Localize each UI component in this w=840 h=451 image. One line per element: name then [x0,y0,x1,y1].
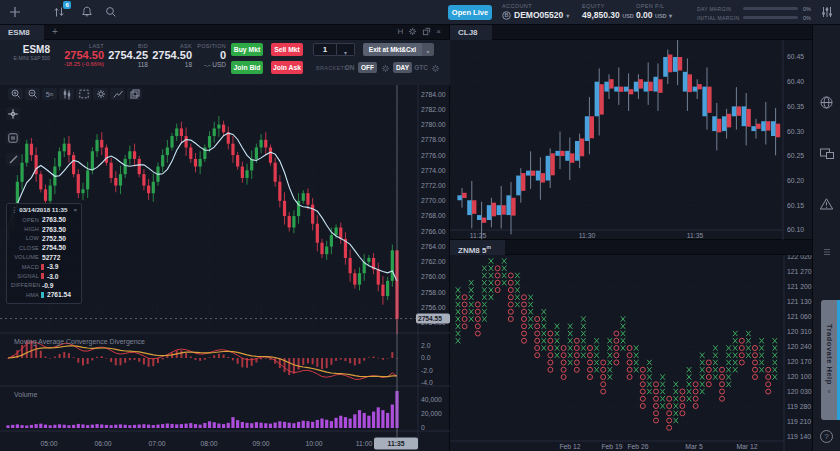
tradovate-help-tab[interactable]: Tradovate Help ‹ [821,300,840,420]
svg-text:120 240: 120 240 [787,343,812,350]
tooltip-row: MACD-3.9 [11,262,77,271]
warning-icon[interactable] [819,197,834,211]
zoom-out-icon[interactable] [25,88,40,100]
drag-handle-icon[interactable]: ⋮ [11,206,17,213]
select-region-icon[interactable] [76,88,91,100]
gear-icon[interactable] [93,88,108,100]
day-margin-bar [743,7,798,10]
svg-text:-4.0: -4.0 [421,379,433,386]
popout-icon[interactable] [422,27,431,36]
clj8-price-chart[interactable]: 60.4560.4060.3560.3060.2560.2060.1560.10… [450,40,812,240]
svg-text:Feb 26: Feb 26 [627,443,648,450]
svg-text:-2.0: -2.0 [421,367,433,374]
svg-text:60.30: 60.30 [787,128,804,135]
tab-clj8[interactable]: CLJ8 [450,25,492,40]
notification-count-badge[interactable]: 6 [63,1,71,9]
svg-text:11:35: 11:35 [687,232,704,239]
svg-text:10:00: 10:00 [305,440,322,447]
last-block: LAST 2754.50 -18.25 (-0.66%) [56,43,104,67]
svg-text:05:00: 05:00 [40,440,57,447]
svg-text:2782.00: 2782.00 [421,106,446,113]
add-workspace-icon[interactable] [8,5,22,19]
header-toggle-button[interactable]: H [398,27,404,36]
svg-text:60.15: 60.15 [787,202,804,209]
gear-icon[interactable] [408,27,417,36]
day-toggle[interactable]: DAY [393,62,412,73]
svg-text:0: 0 [421,424,425,431]
svg-text:Moving Average Convergence Div: Moving Average Convergence Divergence [14,338,145,346]
close-icon[interactable]: × [73,206,77,213]
devices-icon[interactable] [819,147,835,161]
svg-text:2758.00: 2758.00 [421,289,446,296]
series-swatch-icon [41,264,44,270]
svg-text:60.20: 60.20 [787,177,804,184]
esm8-chart-area[interactable]: 2784.002782.002780.002778.002776.002774.… [0,85,450,451]
quantity-field[interactable]: 1 [313,43,337,56]
globe-icon[interactable] [819,95,834,110]
account-selector[interactable]: ACCOUNT B DEMO05520 ▾ [502,3,569,20]
chart-type-candles-icon[interactable] [59,88,74,100]
svg-text:2766.00: 2766.00 [421,228,446,235]
svg-text:60.25: 60.25 [787,152,804,159]
copy-chart-icon[interactable] [127,88,142,100]
buy-mkt-button[interactable]: Buy Mkt [231,43,263,56]
join-ask-button[interactable]: Join Ask [271,61,303,74]
znm8-pnf-chart[interactable]: 122 020121 270121 200121 130121 060120 3… [450,255,812,451]
symbol-block: ESM8 E-MINI S&P 500 [8,44,50,61]
crosshair-tool-icon[interactable] [6,107,20,120]
open-pl-label: OPEN P/L [636,3,672,9]
add-tab-icon[interactable]: + [52,26,58,37]
gtc-toggle[interactable]: GTC [413,62,429,73]
grip-icon[interactable] [822,247,832,257]
indicators-icon[interactable] [110,88,125,100]
sell-mkt-button[interactable]: Sell Mkt [271,43,303,56]
svg-text:20,000: 20,000 [421,410,442,417]
equity-value: 49,850.30 [582,10,620,20]
exit-at-mkt-button[interactable]: Exit at Mkt&Cxl [363,43,422,56]
svg-text:11:30: 11:30 [579,232,596,239]
tab-znm8[interactable]: ZNM8 5m [450,240,505,255]
svg-text:120 310: 120 310 [787,328,812,335]
interval-selector[interactable]: 5m [42,88,57,100]
close-icon[interactable]: × [436,27,441,36]
quantity-chevron-icon[interactable]: ▾ [337,43,355,56]
search-icon[interactable] [104,5,118,19]
gear-icon[interactable] [431,64,440,73]
gear-icon[interactable] [381,64,390,73]
tab-esm8[interactable]: ESM8 [0,25,44,40]
svg-text:2780.00: 2780.00 [421,121,446,128]
svg-text:60.35: 60.35 [787,103,804,110]
last-value: 2754.50 [56,49,104,61]
svg-text:2776.00: 2776.00 [421,152,446,159]
svg-text:121 200: 121 200 [787,283,812,290]
chevron-down-icon: ▾ [669,13,672,19]
symbol-description: E-MINI S&P 500 [8,55,50,61]
draw-line-icon[interactable] [6,153,20,166]
svg-text:Mar 12: Mar 12 [736,443,757,450]
svg-text:2778.00: 2778.00 [421,136,446,143]
sliders-icon[interactable] [820,5,834,19]
svg-text:11:00: 11:00 [356,440,373,447]
exit-chevron-icon[interactable]: ▾ [422,43,434,56]
tooltip-row: DIFFEREN-0.9 [11,281,77,290]
svg-text:2768.00: 2768.00 [421,212,446,219]
trading-app: 6 Open Live ACCOUNT B DEMO05520 ▾ EQUITY… [0,0,840,451]
brackets-off-toggle[interactable]: OFF [358,62,377,73]
pause-scroll-icon[interactable] [6,131,20,144]
symbol-name: ESM8 [8,44,50,55]
svg-text:121 270: 121 270 [787,268,812,275]
account-value: DEMO05520 [514,10,563,20]
open-pl-block[interactable]: OPEN P/L 0.00 USD ▾ [636,3,672,20]
bell-icon[interactable] [80,5,94,19]
tooltip-row: LOW2752.50 [11,234,77,243]
help-circle-icon[interactable]: ? [820,430,833,443]
brackets-on-toggle[interactable]: ON [343,62,356,73]
data-tooltip: ⋮ 03/14/2018 11:35 × OPEN2763.50HIGH2763… [6,203,82,304]
join-bid-button[interactable]: Join Bid [231,61,263,74]
open-live-button[interactable]: Open Live [448,5,492,20]
chevron-left-icon: ‹ [828,387,831,396]
account-label: ACCOUNT [502,3,569,9]
svg-text:2754.55: 2754.55 [418,315,442,322]
last-change: -18.25 (-0.66%) [56,61,104,67]
zoom-in-icon[interactable] [8,88,23,100]
